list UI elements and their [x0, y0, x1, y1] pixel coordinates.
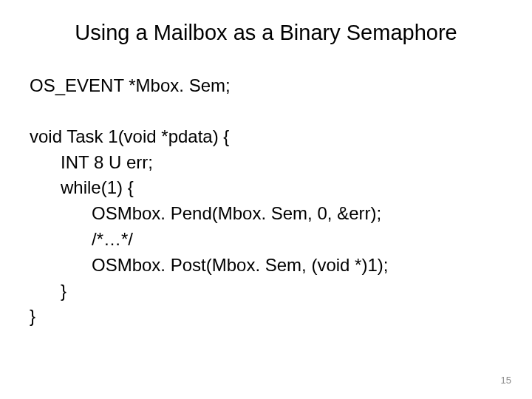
slide-content: OS_EVENT *Mbox. Sem; void Task 1(void *p… [30, 73, 502, 330]
code-line: INT 8 U err; [30, 150, 502, 176]
code-line: /*…*/ [30, 227, 502, 253]
code-line: OSMbox. Pend(Mbox. Sem, 0, &err); [30, 201, 502, 227]
code-line: } [30, 304, 502, 330]
code-line: while(1) { [30, 175, 502, 201]
code-blank-line [30, 99, 502, 124]
code-line: void Task 1(void *pdata) { [30, 124, 502, 150]
slide-title: Using a Mailbox as a Binary Semaphore [30, 21, 502, 45]
slide-container: Using a Mailbox as a Binary Semaphore OS… [0, 0, 532, 399]
code-line: OSMbox. Post(Mbox. Sem, (void *)1); [30, 253, 502, 279]
code-line: } [30, 279, 502, 304]
code-line: OS_EVENT *Mbox. Sem; [30, 73, 502, 99]
page-number: 15 [501, 375, 511, 386]
